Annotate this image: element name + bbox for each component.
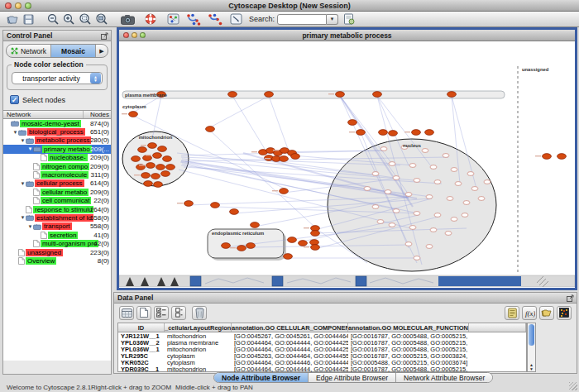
zoom-button[interactable] [25, 2, 31, 9]
select-nodes-checkbox[interactable]: ✓ [10, 95, 19, 104]
gene-node[interactable] [372, 172, 379, 176]
attribute-table[interactable]: ID_cellularLayoutRegionannotation.GO CEL… [117, 323, 527, 372]
selected-gene-node[interactable] [184, 201, 194, 207]
selected-gene-node[interactable] [141, 173, 151, 179]
selected-gene-node[interactable] [129, 112, 138, 117]
selected-gene-node[interactable] [311, 231, 320, 237]
scrollbar-thumb[interactable] [529, 324, 534, 346]
zoom-selected-icon[interactable] [79, 12, 92, 26]
selected-gene-node[interactable] [153, 153, 162, 159]
gene-node[interactable] [364, 187, 371, 191]
gene-node[interactable] [385, 190, 391, 194]
network-canvas[interactable]: plasma membranecytoplasmmitochondrionnuc… [119, 41, 575, 287]
selected-gene-node[interactable] [148, 143, 157, 149]
tab-overflow-button[interactable]: ▶ [96, 45, 108, 57]
tree-header-network[interactable]: Network [3, 111, 83, 118]
minimized-window-button[interactable] [356, 276, 366, 286]
tab-mosaic[interactable]: Mosaic [51, 45, 96, 57]
network-minimize-button[interactable] [132, 32, 137, 38]
delete-attribute-icon[interactable] [192, 306, 207, 320]
selected-gene-node[interactable] [230, 209, 239, 215]
float-panel-icon[interactable] [101, 32, 108, 40]
network-window-titlebar[interactable]: primary metabolic process [119, 30, 575, 41]
selected-gene-node[interactable] [379, 130, 388, 136]
column-header[interactable]: _cellularLayoutRegion [165, 323, 232, 332]
selected-gene-node[interactable] [146, 163, 156, 169]
search-dropdown-button[interactable]: ▼ [327, 14, 338, 25]
table-icon[interactable] [119, 306, 134, 320]
selected-gene-node[interactable] [211, 203, 220, 208]
selected-gene-node[interactable] [166, 165, 175, 170]
selected-gene-node[interactable] [373, 92, 382, 98]
gene-node[interactable] [451, 168, 457, 172]
expand-arrow-icon[interactable]: ▼ [12, 130, 18, 135]
unselect-attributes-icon[interactable] [171, 306, 186, 320]
column-header[interactable]: ID [118, 323, 165, 332]
tab-node-attribute-browser[interactable]: Node Attribute Browser [214, 373, 309, 382]
tree-row[interactable]: cell communicat22(0) [3, 197, 111, 205]
tree-row[interactable]: ▼metabolic process280(0) [3, 136, 111, 145]
gene-node[interactable] [455, 182, 462, 186]
snapshot-icon[interactable] [121, 12, 135, 26]
selected-gene-node[interactable] [356, 130, 366, 136]
selected-gene-node[interactable] [389, 131, 398, 136]
open-attributes-icon[interactable] [539, 306, 554, 320]
tree-header-nodes[interactable]: Nodes [83, 111, 111, 118]
zoom-in-icon[interactable] [63, 12, 75, 26]
open-icon[interactable] [7, 12, 19, 26]
scrollbar-arrows[interactable]: ▲▼ [528, 363, 535, 371]
tab-network-attribute-browser[interactable]: Network Attribute Browser [396, 373, 492, 382]
selected-gene-node[interactable] [161, 171, 170, 177]
zoom-out-icon[interactable] [47, 12, 60, 26]
selected-gene-node[interactable] [144, 181, 153, 187]
float-data-panel-icon[interactable] [567, 294, 574, 302]
tab-edge-attribute-browser[interactable]: Edge Attribute Browser [309, 373, 396, 382]
selected-gene-node[interactable] [206, 127, 215, 132]
gene-node[interactable] [393, 176, 400, 180]
selected-gene-node[interactable] [265, 92, 274, 98]
minimized-window-bar[interactable] [438, 276, 521, 286]
selected-gene-node[interactable] [291, 154, 300, 160]
gene-node[interactable] [405, 193, 412, 197]
table-scrollbar[interactable]: ▲▼ [527, 323, 536, 372]
tree-row[interactable]: macromolecule311(0) [3, 170, 111, 179]
selected-gene-node[interactable] [222, 243, 231, 249]
network-zoom-button[interactable] [140, 32, 146, 38]
gene-node[interactable] [422, 149, 428, 153]
tab-network[interactable]: Network [7, 45, 51, 57]
selected-gene-node[interactable] [336, 92, 345, 98]
apply-layout-icon[interactable] [186, 12, 201, 26]
gene-node[interactable] [372, 205, 379, 209]
gene-node[interactable] [414, 179, 420, 183]
help-icon[interactable] [145, 12, 156, 26]
tree-row[interactable]: response to stimulu264(0) [3, 205, 111, 213]
selected-gene-node[interactable] [251, 222, 260, 228]
gene-node[interactable] [478, 197, 485, 201]
gene-node[interactable] [377, 220, 384, 224]
selected-gene-node[interactable] [348, 120, 357, 126]
selected-gene-node[interactable] [311, 245, 320, 251]
tree-row[interactable]: ▼establishment of lo558(0) [3, 213, 111, 222]
gene-node[interactable] [443, 154, 449, 158]
matrix-icon[interactable] [557, 306, 572, 320]
selected-gene-node[interactable] [228, 92, 237, 98]
gene-node[interactable] [389, 162, 395, 166]
tree-row[interactable]: mosaic-demo-yeast874(0) [3, 119, 111, 127]
select-attributes-icon[interactable] [154, 306, 169, 320]
column-header[interactable]: annotation.GO MOLECULAR_FUNCTION [348, 323, 469, 332]
tree-row[interactable]: Overview8(0) [3, 256, 111, 265]
tree-row[interactable]: cellular metabo209(0) [3, 188, 111, 196]
new-attribute-icon[interactable] [136, 306, 151, 320]
gene-node[interactable] [426, 195, 433, 199]
node-color-dropdown[interactable]: transporter activity ▲▼ [12, 72, 103, 84]
tree-row[interactable]: multi-organism pro42(0) [3, 239, 111, 247]
selected-gene-node[interactable] [543, 154, 552, 160]
expand-arrow-icon[interactable]: ▼ [27, 146, 33, 151]
selected-gene-node[interactable] [299, 241, 308, 246]
window-resize-grip[interactable] [569, 382, 577, 390]
gene-node[interactable] [451, 218, 457, 222]
tree-row[interactable]: unassigned223(0) [3, 248, 111, 256]
import-attributes-icon[interactable] [505, 306, 519, 320]
selected-gene-node[interactable] [425, 130, 434, 136]
selected-gene-node[interactable] [156, 165, 165, 170]
